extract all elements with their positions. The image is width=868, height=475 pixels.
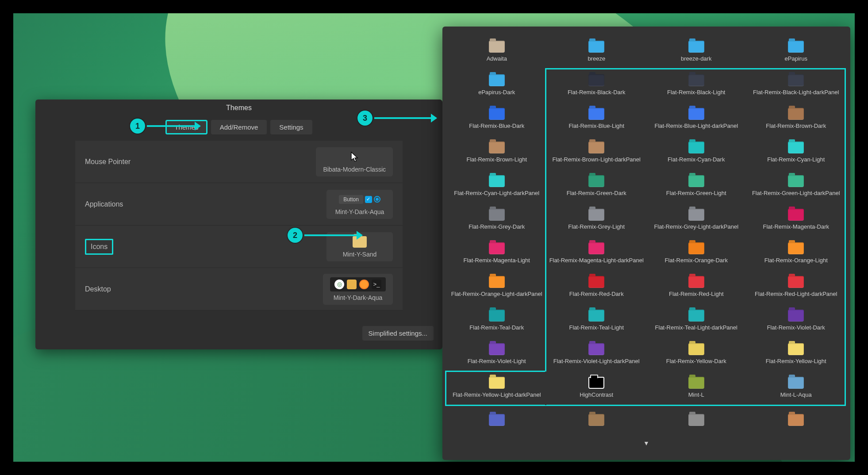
icon-theme-option[interactable]: Flat-Remix-Cyan-Light-darkPanel	[447, 169, 547, 203]
icon-theme-option[interactable]: Flat-Remix-Brown-Dark	[746, 102, 846, 135]
icon-theme-label: breeze-dark	[681, 55, 711, 62]
icon-theme-label: Flat-Remix-Yellow-Light	[766, 358, 826, 364]
icon-theme-option[interactable]: Flat-Remix-Magenta-Light-darkPanel	[547, 236, 647, 270]
icon-theme-option[interactable]: Flat-Remix-Red-Dark	[547, 270, 647, 303]
icon-theme-label: Flat-Remix-Teal-Light	[569, 324, 624, 331]
tab-themes[interactable]: Themes	[165, 120, 207, 134]
annotation-marker-1: 1	[130, 119, 145, 134]
icon-theme-option[interactable]: Flat-Remix-Yellow-Light	[746, 337, 846, 371]
row-desktop: Desktop ◎ >_ Mint-Y-Dark-Aqua	[75, 268, 403, 310]
mini-button-preview: Button	[339, 195, 363, 204]
icon-theme-option[interactable]	[746, 404, 846, 438]
icon-theme-option[interactable]: Flat-Remix-Teal-Light	[547, 303, 647, 337]
icon-theme-option[interactable]: ePapirus	[746, 34, 846, 68]
icon-theme-label: Flat-Remix-Green-Dark	[567, 190, 626, 196]
icon-theme-option[interactable]: Flat-Remix-Blue-Light	[547, 102, 647, 135]
icon-theme-option[interactable]: Mint-L-Aqua	[746, 371, 846, 404]
icon-theme-option[interactable]: Mint-L	[646, 371, 746, 404]
folder-icon	[788, 276, 804, 288]
icon-theme-option[interactable]: Flat-Remix-Blue-Light-darkPanel	[646, 102, 746, 135]
label-applications: Applications	[85, 200, 123, 208]
icon-theme-option[interactable]: Flat-Remix-Cyan-Dark	[646, 135, 746, 169]
scroll-down-icon[interactable]: ▼	[447, 438, 846, 447]
icon-theme-option[interactable]: Flat-Remix-Teal-Light-darkPanel	[646, 303, 746, 337]
icon-theme-option[interactable]: Flat-Remix-Orange-Dark	[646, 236, 746, 270]
folder-icon	[688, 242, 704, 254]
icon-theme-option[interactable]: Flat-Remix-Violet-Dark	[746, 303, 846, 337]
folder-icon	[688, 142, 704, 153]
icon-theme-label: Flat-Remix-Teal-Dark	[469, 324, 524, 331]
icon-theme-option[interactable]: Flat-Remix-Black-Light	[646, 68, 746, 102]
radio-icon	[374, 196, 380, 203]
folder-icon	[588, 414, 604, 426]
tab-settings[interactable]: Settings	[270, 120, 312, 134]
icon-theme-label: Flat-Remix-Brown-Light-darkPanel	[553, 156, 641, 163]
icon-theme-option[interactable]: ePapirus-Dark	[447, 68, 547, 102]
folder-icon	[588, 343, 604, 355]
folder-icon	[788, 175, 804, 187]
icon-theme-option[interactable]: Adwaita	[447, 34, 547, 68]
icon-theme-label: Flat-Remix-Orange-Light-darkPanel	[451, 291, 542, 297]
annotation-arrow-3	[374, 117, 436, 119]
value-desktop[interactable]: ◎ >_ Mint-Y-Dark-Aqua	[323, 274, 393, 305]
folder-icon	[588, 276, 604, 288]
icon-theme-option[interactable]: breeze-dark	[646, 34, 746, 68]
icon-theme-label: Flat-Remix-Blue-Light-darkPanel	[654, 123, 738, 129]
folder-icon	[489, 142, 505, 153]
icon-theme-option[interactable]: Flat-Remix-Orange-Light	[746, 236, 846, 270]
icon-theme-option[interactable]: Flat-Remix-Red-Light-darkPanel	[746, 270, 846, 303]
folder-icon	[588, 377, 604, 389]
icon-theme-option[interactable]: Flat-Remix-Brown-Light-darkPanel	[547, 135, 647, 169]
icon-theme-option[interactable]: Flat-Remix-Brown-Light	[447, 135, 547, 169]
icon-theme-label: Flat-Remix-Green-Light-darkPanel	[752, 190, 840, 196]
terminal-icon: >_	[372, 280, 381, 289]
icon-theme-option[interactable]: Flat-Remix-Magenta-Light	[447, 236, 547, 270]
icon-theme-option[interactable]: Flat-Remix-Green-Dark	[547, 169, 647, 203]
icon-theme-option[interactable]: Flat-Remix-Red-Light	[646, 270, 746, 303]
tab-bar: Themes Add/Remove Settings	[35, 116, 442, 141]
folder-icon	[788, 108, 804, 120]
icon-theme-option[interactable]: Flat-Remix-Magenta-Dark	[746, 203, 846, 236]
icon-theme-label: Flat-Remix-Black-Dark	[568, 89, 626, 96]
icon-theme-option[interactable]	[646, 404, 746, 438]
icon-theme-option[interactable]	[447, 404, 547, 438]
tab-add-remove[interactable]: Add/Remove	[211, 120, 267, 134]
icon-theme-option[interactable]: Flat-Remix-Yellow-Dark	[646, 337, 746, 371]
icon-theme-label: Flat-Remix-Magenta-Light-darkPanel	[549, 257, 644, 264]
value-mouse-pointer[interactable]: Bibata-Modern-Classic	[316, 147, 393, 176]
icon-theme-option[interactable]	[547, 404, 647, 438]
icon-theme-option[interactable]: Flat-Remix-Black-Dark	[547, 68, 647, 102]
icon-theme-option[interactable]: Flat-Remix-Green-Light	[646, 169, 746, 203]
folder-icon	[688, 377, 704, 389]
icon-theme-label: Flat-Remix-Violet-Dark	[767, 324, 825, 331]
folder-icon	[688, 276, 704, 288]
icon-theme-label: HighContrast	[580, 391, 613, 398]
icon-theme-option[interactable]: Flat-Remix-Orange-Light-darkPanel	[447, 270, 547, 303]
icon-theme-option[interactable]: Flat-Remix-Green-Light-darkPanel	[746, 169, 846, 203]
icon-theme-option[interactable]: Flat-Remix-Teal-Dark	[447, 303, 547, 337]
icon-theme-label: Flat-Remix-Black-Light-darkPanel	[753, 89, 839, 96]
folder-icon	[489, 41, 505, 53]
folder-icon	[688, 41, 704, 53]
icon-theme-option[interactable]: Flat-Remix-Black-Light-darkPanel	[746, 68, 846, 102]
icon-theme-option[interactable]: Flat-Remix-Violet-Light	[447, 337, 547, 371]
icon-theme-option[interactable]: Flat-Remix-Grey-Light-darkPanel	[646, 203, 746, 236]
folder-icon	[788, 377, 804, 389]
icon-theme-option[interactable]: Flat-Remix-Violet-Light-darkPanel	[547, 337, 647, 371]
icon-theme-option[interactable]: Flat-Remix-Blue-Dark	[447, 102, 547, 135]
icon-theme-option[interactable]: breeze	[547, 34, 647, 68]
folder-icon	[489, 209, 505, 221]
icon-theme-option[interactable]: Flat-Remix-Grey-Light	[547, 203, 647, 236]
files-icon	[347, 280, 357, 289]
folder-icon	[588, 108, 604, 120]
icon-theme-label: Flat-Remix-Blue-Light	[568, 123, 624, 129]
icon-theme-option[interactable]: Flat-Remix-Cyan-Light	[746, 135, 846, 169]
folder-icon	[588, 175, 604, 187]
value-applications[interactable]: Button ✓ Mint-Y-Dark-Aqua	[326, 190, 393, 219]
icon-theme-option[interactable]: HighContrast	[547, 371, 647, 404]
icon-theme-option[interactable]: Flat-Remix-Grey-Dark	[447, 203, 547, 236]
value-icons-text: Mint-Y-Sand	[334, 251, 386, 258]
icon-theme-option[interactable]: Flat-Remix-Yellow-Light-darkPanel	[447, 371, 547, 404]
simplified-settings-button[interactable]: Simplified settings...	[362, 326, 434, 341]
icon-theme-label: Flat-Remix-Green-Light	[666, 190, 726, 196]
